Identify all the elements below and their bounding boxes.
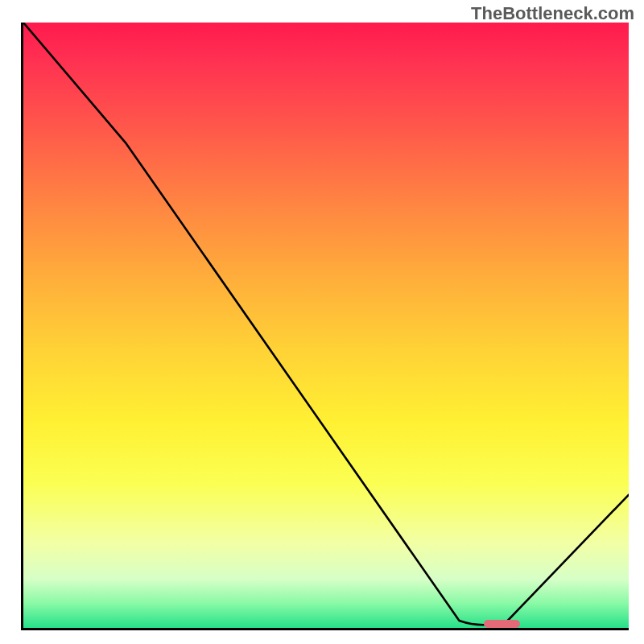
bottleneck-curve-path bbox=[23, 23, 629, 625]
optimal-marker bbox=[484, 620, 520, 628]
chart-container: TheBottleneck.com bbox=[0, 0, 644, 644]
watermark-text: TheBottleneck.com bbox=[471, 3, 634, 24]
curve-svg bbox=[23, 23, 629, 628]
plot-area bbox=[21, 23, 629, 630]
